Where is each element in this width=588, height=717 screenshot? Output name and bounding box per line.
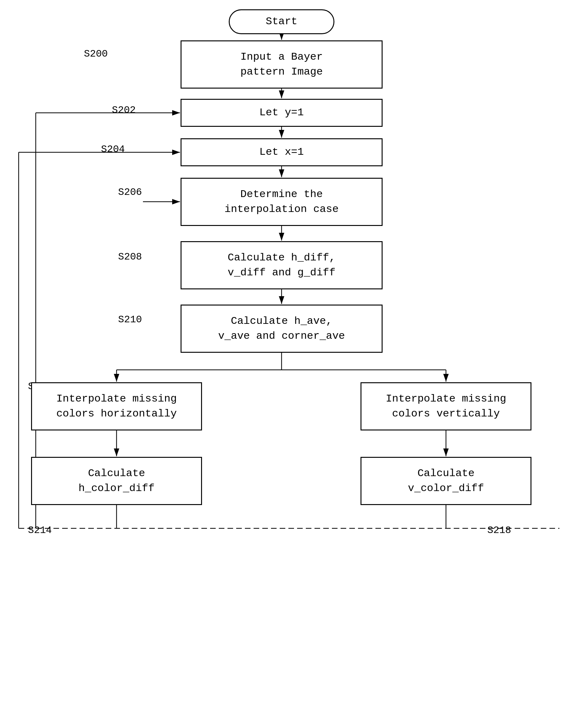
interp-horiz-node: Interpolate missingcolors horizontally: [31, 382, 202, 430]
let-x1-node: Let x=1: [181, 138, 383, 166]
calc-diff-label: Calculate h_diff,v_diff and g_diff: [228, 251, 336, 280]
interp-vert-label: Interpolate missingcolors vertically: [386, 392, 506, 421]
calc-ave-node: Calculate h_ave,v_ave and corner_ave: [181, 304, 383, 353]
determine-interp-label: Determine theinterpolation case: [224, 187, 338, 217]
calc-ave-label: Calculate h_ave,v_ave and corner_ave: [218, 314, 345, 343]
s202-label: S202: [112, 104, 136, 116]
start-label: Start: [266, 14, 297, 29]
let-y1-node: Let y=1: [181, 99, 383, 127]
s210-label: S210: [118, 314, 142, 325]
determine-interp-node: Determine theinterpolation case: [181, 178, 383, 226]
let-y1-label: Let y=1: [259, 105, 304, 120]
let-x1-label: Let x=1: [259, 145, 304, 160]
start-node: Start: [229, 9, 334, 34]
s206-label: S206: [118, 187, 142, 198]
calc-diff-node: Calculate h_diff,v_diff and g_diff: [181, 241, 383, 289]
calc-v-color-label: Calculatev_color_diff: [408, 466, 484, 496]
input-bayer-node: Input a Bayerpattern Image: [181, 40, 383, 89]
interp-vert-node: Interpolate missingcolors vertically: [360, 382, 531, 430]
diagram-container: Start S200 Input a Bayerpattern Image S2…: [0, 0, 588, 717]
s218-label: S218: [487, 525, 511, 536]
s208-label: S208: [118, 251, 142, 262]
calc-h-color-node: Calculateh_color_diff: [31, 457, 202, 505]
s204-label: S204: [101, 144, 125, 155]
s200-label: S200: [84, 48, 108, 60]
interp-horiz-label: Interpolate missingcolors horizontally: [56, 392, 177, 421]
calc-v-color-node: Calculatev_color_diff: [360, 457, 531, 505]
input-bayer-label: Input a Bayerpattern Image: [240, 50, 322, 79]
s214-label: S214: [28, 525, 52, 536]
calc-h-color-label: Calculateh_color_diff: [79, 466, 155, 496]
